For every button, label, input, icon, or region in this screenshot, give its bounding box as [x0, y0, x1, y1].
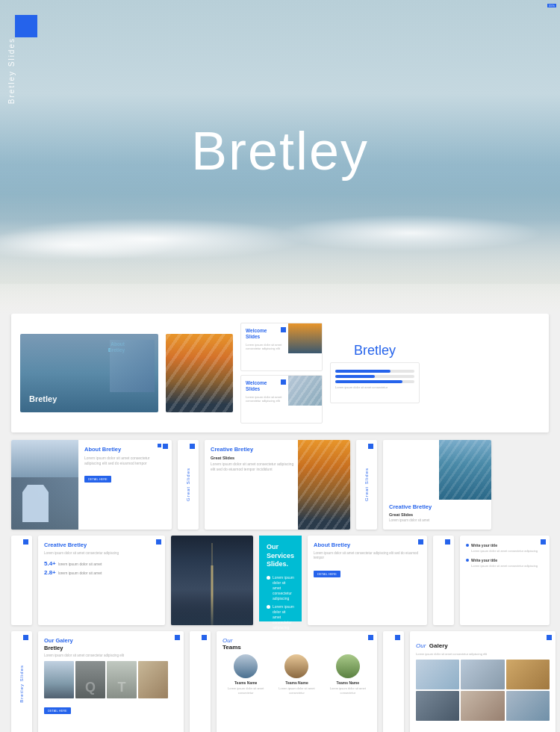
team-member-1: Teams Name Lorem ipsum dolor sit amet co… [223, 654, 269, 695]
night-city-card [171, 536, 253, 625]
services-dot-2 [267, 605, 270, 609]
about-card2-title: About Bretley [314, 542, 421, 549]
team-members-row: Teams Name Lorem ipsum dolor sit amet co… [223, 654, 371, 695]
about-card1-sq1 [158, 444, 161, 447]
creative-card1-title: Creative Bretley [211, 446, 296, 453]
glory-vert-left [383, 631, 404, 732]
vert-sq-right [445, 539, 450, 545]
hero-section: Bretley Slides Bretley [0, 0, 560, 314]
services-item-1: Lorem ipsum dolor sit amet consectetur a… [267, 575, 294, 601]
teams-bold-title: Teams [223, 644, 371, 651]
services-slide-card: Our Services Slides. Lorem ipsum dolor s… [259, 536, 302, 621]
stat-label-2: lorem ipsum dolor sit amet [58, 571, 102, 575]
creative-card2-image [439, 440, 491, 500]
prog-bar-1 [335, 370, 414, 373]
galery-img-4 [138, 661, 168, 698]
glory-italic: Our [416, 642, 426, 649]
team-desc-2: Lorem ipsum dolor sit amet consectetur [273, 686, 320, 695]
welcome-blue-sq-2 [281, 379, 286, 385]
our-glory-card: Our Galery Lorem ipsum dolor sit amet co… [410, 631, 556, 732]
bullet-desc-1: Lorem ipsum dolor sit amet consectetur a… [471, 549, 544, 553]
vert-card-right [433, 536, 454, 625]
row2-container: About Bretley Lorem ipsum dolor sit amet… [11, 440, 549, 530]
welcome-slide-1: WelcomeSlides Lorem ipsum dolor sit amet… [240, 323, 323, 371]
glory-grid [416, 660, 550, 721]
prog-fill-1 [335, 370, 391, 373]
team-desc-3: Lorem ipsum dolor sit amet consectetur [325, 686, 371, 695]
creative-stats-card: Creative Bretley Lorem ipsum dolor sit a… [38, 536, 165, 625]
glory-cell-5 [461, 691, 504, 721]
welcome-slides-pair: WelcomeSlides Lorem ipsum dolor sit amet… [240, 323, 323, 424]
stat-num-2: 2.8+ [44, 569, 56, 576]
great-slides-vert-1: Great Slides [178, 440, 199, 530]
about-card1-btn[interactable]: DETAIL HERE [84, 476, 111, 483]
great-slides-label-1: Great Slides [186, 468, 190, 501]
galery-sq [175, 635, 180, 640]
great-slides-vert-2: Great Slides [356, 440, 377, 530]
vert-sq-1 [190, 444, 195, 449]
bullet-title-2: Write your title [471, 558, 497, 562]
teams-vert-sq [202, 635, 207, 640]
stat-label-1: lorem ipsum dolor sit amet [58, 562, 102, 566]
about-card1-image [11, 440, 78, 530]
galery-images: Q T [44, 661, 178, 698]
our-teams-card: Our Teams Teams Name Lorem ipsum dolor s… [217, 631, 377, 732]
teams-sq [368, 635, 373, 640]
prog-bar-3 [335, 380, 414, 383]
galery-img-3: T [107, 661, 137, 698]
services-text-2: Lorem ipsum dolor sit amet consectetur a… [273, 604, 294, 630]
prog-fill-2 [335, 375, 375, 378]
hero-previews-row: Bretley AboutBretley WelcomeSlides Lorem… [11, 314, 549, 432]
creative-stats-body: Lorem ipsum dolor sit amet consectetur a… [44, 551, 159, 556]
galery-subtitle: Bretley [44, 645, 178, 651]
creative-stats-sq [156, 539, 161, 545]
creative-bretley-card-2: Creative Bretley Great Slides Lorem ipsu… [383, 440, 491, 530]
hero-title: Bretley [191, 120, 369, 182]
stat-row-2: 2.8+ lorem ipsum dolor sit amet [44, 569, 159, 576]
bullet-dot-1 [466, 544, 469, 547]
services-text-1: Lorem ipsum dolor sit amet consectetur a… [273, 575, 294, 601]
welcome-slide-2: WelcomeSlides Lorem ipsum dolor sit amet… [240, 375, 323, 424]
bullet-dot-2 [466, 559, 469, 562]
galery-btn[interactable]: DETAIL HERE [44, 707, 71, 714]
bretley-center-group: Bretley 55% Lorem ipsum dolor sit amet c… [330, 343, 420, 403]
team-avatar-1 [234, 654, 258, 678]
stat-row-1: 5.4+ lorem ipsum dolor sit amet [44, 560, 159, 567]
glory-desc: Lorem ipsum dolor sit amet consectetur a… [416, 652, 550, 657]
glory-cell-2 [461, 660, 504, 689]
galery-vert-label: Bretley Slides [19, 665, 24, 703]
bullet-item-2: Write your title [466, 558, 544, 562]
hero-blue-square [15, 15, 37, 37]
creative-card1-body: Lorem ipsum dolor sit amet consectetur a… [211, 462, 296, 472]
bullet-item-1: Write your title [466, 543, 544, 548]
vert-card-3 [11, 536, 32, 625]
creative-card1-image [298, 440, 350, 530]
creative-card2-body: Lorem ipsum dolor sit amet [389, 518, 485, 523]
creative-card2-title: Creative Bretley [389, 503, 485, 511]
stat-num-1: 5.4+ [44, 560, 56, 567]
team-name-3: Teams Name [325, 680, 371, 685]
about-bretley-card-1: About Bretley Lorem ipsum dolor sit amet… [11, 440, 172, 530]
great-slides-label-2: Great Slides [364, 468, 369, 501]
bretley-center-title: Bretley [354, 343, 396, 359]
creative-card2-section: Great Slides [389, 512, 485, 517]
glory-cell-6 [506, 691, 550, 721]
galery-vert-sq [23, 635, 28, 640]
our-galery-card: Our Galery Bretley Lorem ipsum dolor sit… [38, 631, 184, 732]
galery-img-2: Q [75, 661, 105, 698]
sidebar-label: Bretley Slides [7, 37, 16, 104]
team-member-3: Teams Name Lorem ipsum dolor sit amet co… [325, 654, 371, 695]
glory-sq [547, 635, 552, 640]
welcome-title-1: WelcomeSlides [246, 328, 283, 341]
welcome-img-2 [288, 376, 322, 406]
row3-container: Creative Bretley Lorem ipsum dolor sit a… [11, 536, 549, 625]
services-dot-1 [267, 576, 270, 580]
creative-card1-content: Creative Bretley Great Slides Lorem ipsu… [205, 440, 302, 530]
preview-main-label: Bretley [29, 394, 57, 403]
team-avatar-3 [336, 654, 360, 678]
glory-vert-sq [395, 635, 400, 640]
about-card2-btn[interactable]: DETAIL HERE [314, 571, 340, 577]
about-card1-sq2 [163, 444, 168, 449]
teams-vert-left [190, 631, 211, 732]
creative-card1-section: Great Slides [211, 456, 296, 460]
